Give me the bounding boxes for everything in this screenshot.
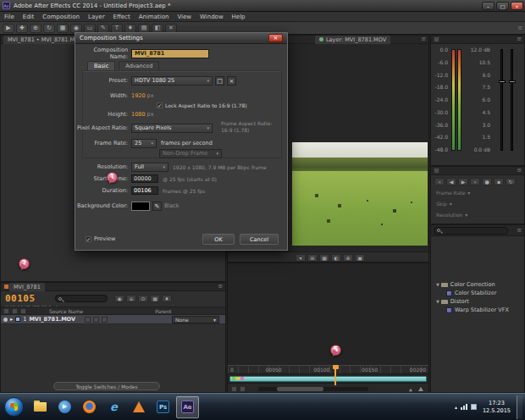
network-icon[interactable] <box>461 404 467 410</box>
tool-icon[interactable]: ↻ <box>43 24 55 33</box>
layer-duration-bar[interactable] <box>229 376 427 382</box>
close-button[interactable]: × <box>511 2 523 10</box>
transport-button[interactable]: ◀ <box>446 178 456 185</box>
time-ruler[interactable]: 000050001000015000200 <box>228 365 428 374</box>
viewer-control-icon[interactable]: ▣ <box>355 254 365 262</box>
timeline-tool-icon[interactable]: ⊙ <box>138 295 148 302</box>
source-name-header[interactable]: Source Name <box>49 308 83 314</box>
layer-switch-icon[interactable] <box>102 317 108 323</box>
timeline-tool-icon[interactable]: ♦ <box>162 295 172 302</box>
tab-advanced[interactable]: Advanced <box>119 61 159 70</box>
timeline-search-input[interactable] <box>55 295 108 302</box>
viewer-control-icon[interactable]: ⊞ <box>307 254 318 262</box>
menu-item[interactable]: Window <box>196 12 228 22</box>
video-preview[interactable] <box>292 142 428 246</box>
timeline-tool-icon[interactable]: ◉ <box>114 295 124 302</box>
transport-button[interactable]: ↻ <box>506 178 516 185</box>
tool-icon[interactable]: ▭ <box>84 24 96 33</box>
transport-button[interactable]: ● <box>482 178 492 185</box>
tool-icon[interactable]: ◉ <box>70 24 82 33</box>
height-value[interactable]: 1080 <box>131 111 146 118</box>
effect-row[interactable]: Color Stabilizer <box>431 289 524 297</box>
menu-item[interactable]: Effect <box>109 12 135 22</box>
panel-menu-icon[interactable]: ≡ <box>517 227 522 235</box>
layer-switch-icon[interactable] <box>85 317 91 323</box>
cancel-button[interactable]: Cancel <box>240 234 279 245</box>
taskbar-after-effects-icon[interactable]: Ae <box>176 396 199 418</box>
tool-icon[interactable]: ▶ <box>3 24 14 33</box>
layer-switch-icon[interactable] <box>93 317 99 323</box>
dialog-titlebar[interactable]: Composition Settings × <box>75 33 287 44</box>
zoom-in-icon[interactable] <box>418 387 423 391</box>
effect-category-row[interactable]: ▼ Color Correction <box>431 280 524 289</box>
tool-icon[interactable]: ✕ <box>165 24 177 33</box>
panel-tab-icon[interactable] <box>434 168 439 174</box>
panel-menu-icon[interactable]: ≡ <box>517 36 522 43</box>
preview-option-skip[interactable]: Skip▾ <box>436 201 452 207</box>
viewer-control-icon[interactable]: ◐ <box>331 254 341 262</box>
scrollbar-thumb[interactable] <box>277 387 323 391</box>
timeline-option-icon[interactable] <box>231 386 237 392</box>
delete-preset-icon[interactable]: × <box>227 76 236 86</box>
transport-button[interactable]: ▶ <box>458 178 468 185</box>
preset-dropdown[interactable]: HDTV 1080 25 ▾ <box>131 76 213 86</box>
tab-basic[interactable]: Basic <box>87 61 115 70</box>
preview-checkbox[interactable]: ✓ <box>86 236 91 242</box>
viewer-control-icon[interactable]: ▾ <box>296 254 306 262</box>
tool-icon[interactable]: ▦ <box>57 24 69 33</box>
viewer-control-icon[interactable]: ▦ <box>319 254 329 262</box>
slider-handle[interactable] <box>509 80 516 83</box>
layer-name[interactable]: MVI_8781.MOV <box>29 316 75 323</box>
duration-input[interactable]: 00106 <box>131 186 158 195</box>
show-desktop-button[interactable] <box>517 395 522 419</box>
resolution-dropdown[interactable]: Full ▾ <box>131 163 169 172</box>
tool-icon[interactable]: ▤ <box>138 24 150 33</box>
menu-item[interactable]: Animation <box>135 12 174 22</box>
menu-item[interactable]: Composition <box>38 12 84 22</box>
zoom-out-icon[interactable] <box>409 389 412 392</box>
tray-icon[interactable] <box>471 404 477 410</box>
current-frame-display[interactable]: 00105 <box>5 293 58 304</box>
layer-row[interactable]: ▸ 1 MVI_8781.MOV None ▾ <box>1 315 225 324</box>
preview-option-framerate[interactable]: Frame Rate▾ <box>436 190 470 196</box>
parent-header[interactable]: Parent <box>155 308 171 314</box>
taskbar-firefox-icon[interactable] <box>78 396 101 418</box>
timeline-tool-icon[interactable]: ≡ <box>126 295 136 302</box>
pixel-aspect-dropdown[interactable]: Square Pixels ▾ <box>131 124 213 133</box>
layer-color-chip[interactable] <box>15 317 20 322</box>
menu-item[interactable]: Layer <box>84 12 109 22</box>
taskbar-clock[interactable]: 17:23 12.5.2015 <box>483 400 511 413</box>
twirl-icon[interactable]: ▼ <box>436 299 439 304</box>
dialog-close-button[interactable]: × <box>268 34 283 42</box>
taskbar-media-player-icon[interactable]: ▶ <box>53 396 76 418</box>
tool-icon[interactable]: ◧ <box>152 24 163 33</box>
timeline-option-icon[interactable] <box>240 386 246 392</box>
layer-twirl-icon[interactable]: ▸ <box>10 316 13 323</box>
composition-name-input[interactable]: MVI_8781 <box>131 49 209 58</box>
maximize-button[interactable]: □ <box>496 2 509 10</box>
audio-level-slider-left[interactable] <box>500 49 503 151</box>
eyedropper-icon[interactable]: ✎ <box>152 202 162 211</box>
menu-item[interactable]: View <box>173 12 196 22</box>
transport-button[interactable]: ▪ <box>494 178 504 185</box>
effect-category-row[interactable]: ▼ Distort <box>431 297 524 306</box>
frame-rate-dropdown[interactable]: 25 ▾ <box>131 139 157 148</box>
menu-item[interactable]: File <box>0 12 19 22</box>
playhead-line[interactable] <box>334 365 336 385</box>
taskbar-photoshop-icon[interactable]: Ps <box>152 396 174 418</box>
viewer-tab[interactable]: Layer: MVI_8781.MOV <box>315 36 390 44</box>
start-button[interactable] <box>4 397 24 417</box>
toolbar-menu-icon[interactable]: ≡ <box>517 25 522 32</box>
taskbar-explorer-icon[interactable] <box>29 396 52 418</box>
transport-button[interactable]: » <box>470 178 480 185</box>
show-hidden-icons[interactable]: ▴ <box>455 404 457 410</box>
menu-item[interactable]: Help <box>228 12 250 22</box>
slider-handle[interactable] <box>499 80 506 83</box>
timeline-horizontal-scrollbar[interactable] <box>258 387 368 391</box>
audio-level-slider-right[interactable] <box>511 49 513 151</box>
panel-menu-icon[interactable]: ≡ <box>517 167 522 174</box>
timeline-tool-icon[interactable]: ▦ <box>150 295 160 302</box>
viewer-control-icon[interactable]: ⊕ <box>343 254 353 262</box>
panel-menu-icon[interactable]: ≡ <box>421 36 426 43</box>
panel-tab-icon[interactable] <box>434 36 439 42</box>
